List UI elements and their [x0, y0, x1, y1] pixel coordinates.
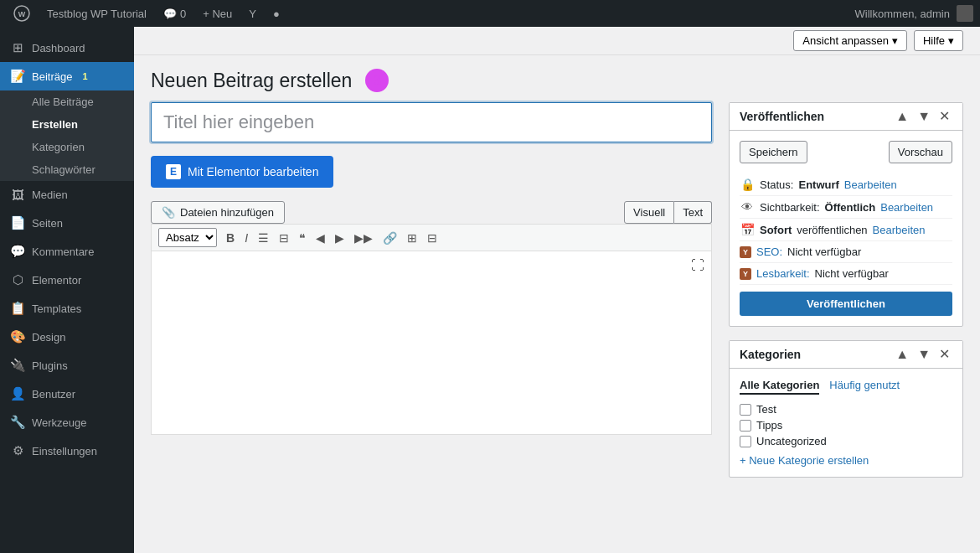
- ansicht-label: Ansicht anpassen: [802, 34, 889, 47]
- publish-metabox-header: Veröffentlichen ▲ ▼ ✕: [730, 103, 962, 131]
- publish-collapse-up-button[interactable]: ▲: [893, 110, 911, 123]
- bold-button[interactable]: B: [222, 230, 239, 246]
- publish-time-edit-link[interactable]: Bearbeiten: [873, 224, 926, 236]
- sidebar-item-werkzeuge[interactable]: 🔧 Werkzeuge: [0, 408, 134, 437]
- sidebar-item-benutzer[interactable]: 👤 Benutzer: [0, 380, 134, 408]
- design-icon: 🎨: [10, 329, 25, 344]
- submenu-schlagwoerter[interactable]: Schlagwörter: [0, 158, 134, 181]
- view-tabs: Visuell Text: [624, 201, 712, 224]
- unordered-list-button[interactable]: ☰: [254, 230, 273, 246]
- seo-label[interactable]: SEO:: [756, 245, 782, 258]
- einstellungen-icon: ⚙: [10, 443, 25, 458]
- tab-text[interactable]: Text: [674, 201, 712, 224]
- user-avatar: [957, 5, 973, 22]
- align-left-button[interactable]: ◀: [312, 230, 329, 246]
- upload-files-button[interactable]: 📎 Dateien hinzufügen: [151, 201, 285, 224]
- circle-icon: ●: [273, 8, 280, 20]
- save-draft-button[interactable]: Speichern: [740, 141, 807, 163]
- sidebar-item-templates[interactable]: 📋 Templates: [0, 294, 134, 323]
- elementor-btn-icon: E: [166, 164, 181, 179]
- svg-text:W: W: [18, 10, 26, 18]
- circle-icon-link[interactable]: ●: [266, 0, 286, 27]
- categories-collapse-down-button[interactable]: ▼: [915, 348, 933, 361]
- ordered-list-button[interactable]: ⊟: [275, 230, 293, 246]
- publish-close-button[interactable]: ✕: [936, 110, 952, 123]
- page-title: Neuen Beitrag erstellen: [151, 70, 352, 92]
- visibility-row: 👁 Sichtbarkeit: Öffentlich Bearbeiten: [740, 196, 952, 219]
- page-header: Neuen Beitrag erstellen 3: [134, 55, 980, 102]
- post-title-input[interactable]: [151, 102, 712, 142]
- sidebar-label-seiten: Seiten: [32, 217, 63, 230]
- checkbox-uncategorized[interactable]: [740, 436, 751, 447]
- sidebar-item-elementor[interactable]: ⬡ Elementor: [0, 266, 134, 294]
- editor-column: E Mit Elementor bearbeiten 📎 Dateien hin…: [151, 102, 712, 491]
- tab-visual[interactable]: Visuell: [624, 201, 674, 224]
- categories-box-title: Kategorien: [740, 348, 801, 361]
- submenu-kategorien[interactable]: Kategorien: [0, 136, 134, 158]
- align-right-button[interactable]: ▶▶: [350, 230, 377, 246]
- new-content-link[interactable]: + Neu: [196, 0, 239, 27]
- status-row: 🔒 Status: Entwurf Bearbeiten: [740, 173, 952, 196]
- checkbox-tipps[interactable]: [740, 420, 751, 432]
- elementor-edit-button[interactable]: E Mit Elementor bearbeiten: [151, 156, 333, 188]
- italic-button[interactable]: I: [240, 230, 252, 246]
- medien-icon: 🖼: [10, 188, 25, 202]
- site-name-link[interactable]: Testblog WP Tutorial: [40, 0, 153, 27]
- publish-actions: Speichern Vorschau: [740, 141, 952, 163]
- lesbarkeit-value: Nicht verfügbar: [815, 267, 889, 280]
- ansicht-anpassen-button[interactable]: Ansicht anpassen ▾: [793, 30, 907, 51]
- category-item-tipps: Tipps: [740, 419, 952, 432]
- categories-metabox-header: Kategorien ▲ ▼ ✕: [730, 341, 962, 369]
- insert-table-button[interactable]: ⊞: [403, 230, 421, 246]
- comments-link[interactable]: 💬 0: [157, 0, 193, 27]
- sidebar-label-elementor: Elementor: [32, 274, 81, 287]
- remove-table-button[interactable]: ⊟: [423, 230, 441, 246]
- status-edit-link[interactable]: Bearbeiten: [844, 178, 897, 191]
- submenu-erstellen[interactable]: Erstellen: [0, 113, 134, 136]
- dashboard-icon: ⊞: [10, 40, 25, 55]
- visibility-label: Sichtbarkeit:: [760, 201, 820, 214]
- welcome-text: Willkommen, admin: [855, 8, 950, 20]
- werkzeuge-icon: 🔧: [10, 415, 25, 430]
- fullscreen-button[interactable]: ⛶: [689, 256, 706, 275]
- categories-close-button[interactable]: ✕: [936, 348, 952, 361]
- align-center-button[interactable]: ▶: [331, 230, 348, 246]
- preview-button[interactable]: Vorschau: [889, 141, 952, 163]
- templates-icon: 📋: [10, 301, 25, 316]
- category-label-uncategorized: Uncategorized: [756, 435, 827, 447]
- lesbarkeit-row: Y Lesbarkeit: Nicht verfügbar: [740, 263, 952, 285]
- sidebar-item-medien[interactable]: 🖼 Medien: [0, 181, 134, 209]
- beitraege-icon: 📝: [10, 69, 25, 84]
- category-label-test: Test: [756, 403, 776, 416]
- hilfe-button[interactable]: Hilfe ▾: [914, 30, 963, 51]
- publish-collapse-down-button[interactable]: ▼: [915, 110, 933, 123]
- sidebar-item-beitraege[interactable]: 📝 Beiträge 1: [0, 62, 134, 90]
- publish-button[interactable]: Veröffentlichen: [740, 292, 952, 316]
- checkbox-test[interactable]: [740, 404, 751, 416]
- blockquote-button[interactable]: ❝: [295, 230, 310, 246]
- seiten-icon: 📄: [10, 215, 25, 230]
- lesbarkeit-label[interactable]: Lesbarkeit:: [756, 267, 810, 280]
- submenu-alle-beitraege[interactable]: Alle Beiträge: [0, 90, 134, 113]
- categories-collapse-up-button[interactable]: ▲: [893, 348, 911, 361]
- wp-logo-link[interactable]: W: [7, 0, 37, 27]
- sidebar-label-kommentare: Kommentare: [32, 245, 94, 258]
- sidebar-item-plugins[interactable]: 🔌 Plugins: [0, 351, 134, 380]
- sidebar-item-design[interactable]: 🎨 Design: [0, 323, 134, 351]
- sidebar-item-dashboard[interactable]: ⊞ Dashboard: [0, 34, 134, 62]
- editor-body[interactable]: ⛶: [151, 251, 712, 435]
- yoast-link[interactable]: Y: [242, 0, 263, 27]
- sidebar-item-seiten[interactable]: 📄 Seiten: [0, 209, 134, 237]
- tab-all-categories[interactable]: Alle Kategorien: [740, 379, 819, 395]
- link-button[interactable]: 🔗: [379, 230, 401, 246]
- format-select[interactable]: Absatz: [158, 228, 217, 247]
- sidebar-item-kommentare[interactable]: 💬 Kommentare: [0, 237, 134, 266]
- categories-metabox-body: Alle Kategorien Häufig genutzt Test Tipp…: [730, 369, 962, 477]
- visibility-edit-link[interactable]: Bearbeiten: [880, 201, 933, 214]
- calendar-icon: 📅: [740, 223, 755, 236]
- sidebar-item-einstellungen[interactable]: ⚙ Einstellungen: [0, 437, 134, 465]
- category-list: Test Tipps Uncategorized: [740, 403, 952, 447]
- new-category-link[interactable]: + Neue Kategorie erstellen: [740, 454, 869, 467]
- category-item-test: Test: [740, 403, 952, 416]
- tab-recent-categories[interactable]: Häufig genutzt: [829, 379, 900, 395]
